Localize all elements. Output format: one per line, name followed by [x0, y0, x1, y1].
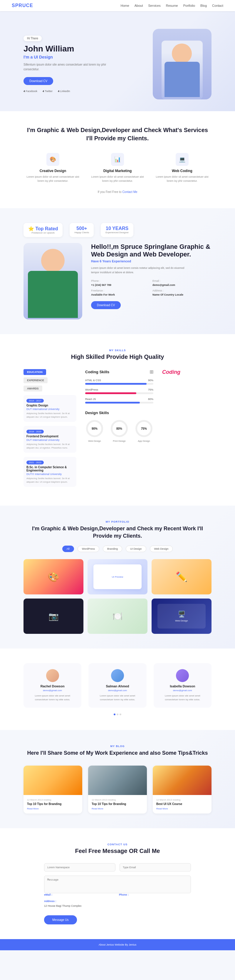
stat-top-rated-value: ⭐ Top Rated [28, 226, 58, 231]
avatar-rachel [46, 669, 59, 682]
blog-label: MY BLOG [24, 745, 211, 748]
design-skill-app: 75% App Design [135, 419, 153, 442]
email-input-top[interactable] [119, 863, 191, 872]
avatar-salman [111, 669, 124, 682]
blog-content-1: 12 March 2013 reading Top 10 Tips for Br… [24, 795, 82, 813]
form-group-email-top [119, 863, 191, 872]
filter-ui-design[interactable]: UI Design [126, 546, 146, 552]
portfolio-item-3[interactable]: ✏️ [152, 559, 211, 594]
blog-thumb-1 [24, 765, 82, 795]
blog-read-1[interactable]: Read More [27, 807, 79, 810]
email-value: demo@gmail.com [152, 283, 175, 286]
logo[interactable]: SPRUCE [12, 3, 33, 8]
contact-phone-label: Phone : [119, 893, 191, 896]
testimonial-role-2: demo@gmail.com [94, 689, 140, 692]
edu-year-2: 2018 - 2020 [27, 430, 44, 434]
hero-title: I'm a UI Design [24, 55, 118, 59]
about-subtitle: Have 6 Years Experienced [91, 259, 211, 263]
skill-label-wp: WordPress 75% [85, 388, 153, 391]
hero-person-avatar [162, 41, 203, 99]
hero-section: Hi There John William I'm a UI Design Si… [0, 11, 235, 111]
tab-education[interactable]: EDUCATION [24, 369, 46, 375]
testimonial-name-1: Rachel Dowson [29, 684, 76, 688]
about-download-cv[interactable]: Download CV [91, 301, 121, 309]
portfolio-filters: All WordPress Branding UI Design Web Des… [24, 546, 211, 552]
filter-branding[interactable]: Branding [103, 546, 122, 552]
portfolio-item-5[interactable]: 🍽️ [87, 598, 148, 634]
design-skill-print: 80% Print Design [110, 419, 129, 442]
blog-read-2[interactable]: Read More [92, 807, 143, 810]
nav-resume[interactable]: Resume [166, 4, 178, 7]
portfolio-icon-4: 📷 [48, 611, 59, 621]
service-desc-2: Lorem ipsum dolor sit amet consectetuer … [91, 175, 144, 183]
tab-experience[interactable]: EXPERIENCE [24, 377, 48, 383]
hero-stats: 4 Facebook 4 Twitter 4 LinkedIn [24, 90, 118, 93]
blog-read-3[interactable]: Read More [156, 807, 208, 810]
portfolio-item-1[interactable]: 🎨 [24, 559, 83, 594]
portfolio-icon-1: 🎨 [48, 571, 59, 582]
tab-awards[interactable]: AWARDS [24, 386, 42, 391]
about-email: Email : demo@gmail.com [152, 279, 211, 287]
dot-2[interactable] [117, 714, 118, 715]
download-cv-button[interactable]: Download CV [24, 77, 53, 85]
coding-text: Coding [162, 369, 211, 375]
form-group-message [44, 876, 191, 893]
blog-meta-3: 12 March 2013 reading [156, 799, 208, 801]
blog-card-1: 12 March 2013 reading Top 10 Tips for Br… [24, 765, 82, 813]
filter-all[interactable]: All [62, 546, 74, 552]
portfolio-icon-3: ✏️ [176, 571, 187, 582]
hero-badge: Hi There [24, 36, 42, 41]
design-circles: 90% Web Design 80% Print Design [85, 419, 153, 442]
portfolio-item-4[interactable]: 📷 [24, 598, 83, 634]
coding-skills-panel: Coding Skills ⊞ HTML & CSS 90% WordPress… [85, 369, 153, 491]
about-details: Phone : +1 (234) 567 789 Email : demo@gm… [91, 279, 211, 296]
contact-link[interactable]: Contact Me [122, 190, 137, 194]
portfolio-preview-2: UI Preview [94, 565, 141, 589]
submit-button[interactable]: Message Us [44, 915, 77, 924]
service-digital-marketing: 📊 Digital Marketing Lorem ipsum dolor si… [91, 153, 144, 183]
message-textarea[interactable] [44, 876, 191, 893]
edu-year-1: 2014 - 2017 [27, 399, 44, 402]
coding-expand-icon[interactable]: ⊞ [149, 369, 153, 375]
hero-image [153, 29, 211, 99]
web-design-circle: 90% [85, 419, 104, 438]
blog-meta-2: 12 March 2013 reading [92, 799, 143, 801]
testimonial-name-3: Isabella Dowson [159, 684, 206, 688]
form-group-name [44, 863, 116, 872]
navbar: SPRUCE Home About Services Resume Portfo… [0, 0, 235, 11]
portfolio-preview-6-label: Web Design [175, 619, 188, 622]
nav-about[interactable]: About [135, 4, 143, 7]
dot-1[interactable] [114, 714, 116, 715]
blog-card-2: 12 March 2013 reading Top 10 Tips for Br… [88, 765, 147, 813]
design-skill-web: 90% Web Design [85, 419, 104, 442]
testimonial-text-2: Lorem ipsum dolor sile amet amet consect… [94, 694, 140, 702]
nav-portfolio[interactable]: Portfolio [183, 4, 195, 7]
skill-label-react: React JS 80% [85, 398, 153, 401]
stat-top-rated: ⭐ Top Rated Freelancer on Upwork [24, 223, 63, 237]
portfolio-item-6[interactable]: 🖥️ Web Design [152, 598, 211, 634]
contact-form [44, 863, 191, 893]
about-left: ⭐ Top Rated Freelancer on Upwork 500+ Ha… [24, 223, 211, 320]
nav-contact[interactable]: Contact [212, 4, 223, 7]
blog-card-3: 12 March 2013 reading Best UI UX Course … [153, 765, 211, 813]
filter-wordpress[interactable]: WordPress [78, 546, 99, 552]
service-title-3: Web Coding [156, 169, 208, 173]
service-desc-3: Lorem ipsum dolor sit amet consectetuer … [156, 175, 208, 183]
nav-home[interactable]: Home [121, 4, 129, 7]
testimonials-grid: Rachel Dowson demo@gmail.com Lorem ipsum… [24, 663, 211, 708]
name-input[interactable] [44, 863, 116, 872]
testimonial-3: Isabella Dowson demo@gmail.com Lorem ips… [154, 663, 211, 708]
edu-desc-1: Adipiscing Sedite facilisis laoreet. Se … [27, 412, 73, 419]
nav-services[interactable]: Services [148, 4, 161, 7]
portfolio-item-2[interactable]: UI Preview [87, 559, 148, 594]
nav-blog[interactable]: Blog [200, 4, 207, 7]
service-creative-design: 🎨 Creative Design Lorem ipsum dolor sit … [27, 153, 79, 183]
dot-3[interactable] [119, 714, 121, 715]
contact-phone-detail: Phone : [119, 893, 191, 897]
stat-facebook: 4 Facebook [24, 90, 37, 93]
skill-bar-fill-3 [85, 402, 140, 404]
stat-experience: 10 YEARS Experienced Designer [101, 223, 133, 237]
filter-web-design[interactable]: Web Design [150, 546, 173, 552]
hero-content: Hi There John William I'm a UI Design Si… [24, 36, 118, 93]
skills-heading: High Skilled Provide High Quality [24, 353, 211, 360]
